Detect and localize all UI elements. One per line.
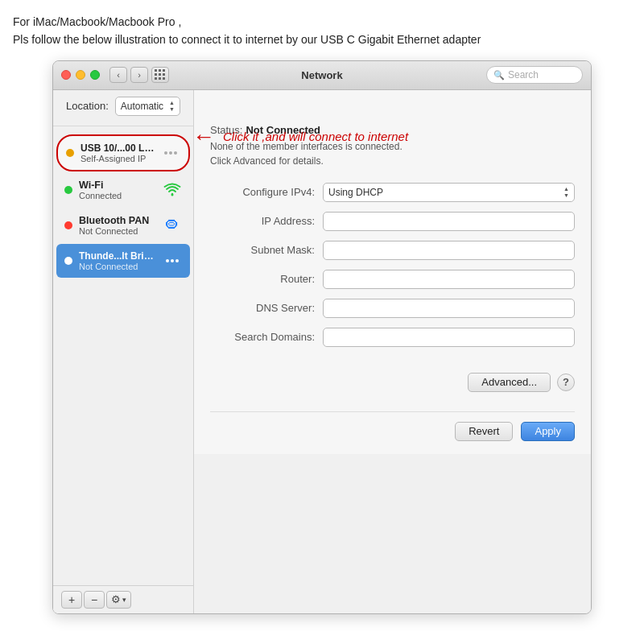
net-name-usb-lan: USB 10/...00 LAN bbox=[80, 142, 155, 154]
instructions: For iMac/Macbook/Macbook Pro , Pls follo… bbox=[13, 13, 631, 49]
status-dot-thunderbolt bbox=[64, 257, 72, 265]
usb-icon bbox=[161, 143, 180, 163]
gear-chevron-icon: ▾ bbox=[122, 596, 126, 604]
net-name-wifi: Wi-Fi bbox=[79, 180, 156, 191]
search-placeholder: Search bbox=[508, 69, 539, 80]
status-dot-wifi bbox=[64, 186, 72, 194]
net-status-usb-lan: Self-Assigned IP bbox=[80, 154, 155, 163]
router-label: Router: bbox=[210, 273, 323, 285]
status-dot-bluetooth bbox=[64, 221, 72, 229]
dns-row: DNS Server: bbox=[210, 299, 575, 318]
router-field[interactable] bbox=[323, 270, 575, 289]
bottom-bar: Revert Apply bbox=[210, 411, 575, 444]
forward-button[interactable]: › bbox=[130, 67, 148, 83]
net-name-bluetooth: Bluetooth PAN bbox=[79, 215, 156, 226]
net-info-usb-lan: USB 10/...00 LAN Self-Assigned IP bbox=[80, 142, 155, 163]
instruction-line2: Pls follow the below illustration to con… bbox=[13, 31, 631, 48]
main-content: Location: Automatic ▲ ▼ USB 10/...00 LAN bbox=[53, 90, 591, 613]
status-value: Not Connected bbox=[246, 124, 320, 136]
domains-row: Search Domains: bbox=[210, 328, 575, 347]
location-value: Automatic bbox=[121, 101, 163, 112]
titlebar: ‹ › Network 🔍 Search bbox=[53, 61, 591, 90]
minimize-button[interactable] bbox=[76, 70, 85, 80]
network-item-bluetooth[interactable]: Bluetooth PAN Not Connected ⭖ bbox=[56, 208, 190, 242]
maximize-button[interactable] bbox=[90, 70, 100, 80]
status-desc-line2: Click Advanced for details. bbox=[210, 154, 575, 168]
subnet-row: Subnet Mask: bbox=[210, 241, 575, 260]
sidebar: Location: Automatic ▲ ▼ USB 10/...00 LAN bbox=[53, 90, 194, 613]
gear-button[interactable]: ⚙ ▾ bbox=[106, 591, 131, 609]
status-desc-line1: None of the member interfaces is connect… bbox=[210, 139, 575, 154]
help-button[interactable]: ? bbox=[557, 374, 575, 391]
network-item-usb-lan[interactable]: USB 10/...00 LAN Self-Assigned IP bbox=[56, 134, 190, 171]
dns-label: DNS Server: bbox=[210, 302, 323, 314]
subnet-field[interactable] bbox=[323, 241, 575, 260]
net-info-thunderbolt: Thunde...lt Bridge Not Connected bbox=[79, 250, 156, 271]
ip-label: IP Address: bbox=[210, 215, 323, 227]
net-info-bluetooth: Bluetooth PAN Not Connected bbox=[79, 215, 156, 236]
traffic-lights bbox=[61, 70, 100, 80]
router-row: Router: bbox=[210, 270, 575, 289]
dns-field[interactable] bbox=[323, 299, 575, 318]
window-title: Network bbox=[301, 69, 342, 81]
status-description: None of the member interfaces is connect… bbox=[210, 139, 575, 168]
net-name-thunderbolt: Thunde...lt Bridge bbox=[79, 250, 156, 262]
location-select[interactable]: Automatic ▲ ▼ bbox=[115, 97, 180, 116]
network-item-wifi[interactable]: Wi-Fi Connected bbox=[56, 173, 190, 207]
sidebar-toolbar: + − ⚙ ▾ bbox=[53, 585, 193, 613]
window: ‹ › Network 🔍 Search Location: Automatic bbox=[52, 60, 592, 614]
advanced-button[interactable]: Advanced... bbox=[468, 373, 551, 392]
back-button[interactable]: ‹ bbox=[109, 67, 127, 83]
ip-row: IP Address: bbox=[210, 212, 575, 231]
location-label: Location: bbox=[66, 100, 109, 112]
configure-value: Using DHCP bbox=[328, 187, 383, 198]
configure-row: Configure IPv4: Using DHCP ▲ ▼ bbox=[210, 183, 575, 202]
revert-button[interactable]: Revert bbox=[455, 422, 513, 441]
net-status-bluetooth: Not Connected bbox=[79, 226, 156, 236]
close-button[interactable] bbox=[61, 70, 71, 80]
remove-button[interactable]: − bbox=[84, 591, 105, 609]
search-icon: 🔍 bbox=[493, 70, 505, 80]
network-item-thunderbolt[interactable]: Thunde...lt Bridge Not Connected bbox=[56, 244, 190, 278]
grid-button[interactable] bbox=[151, 67, 169, 83]
net-status-wifi: Connected bbox=[79, 191, 156, 200]
advanced-row: Advanced... ? bbox=[210, 357, 575, 392]
svg-point-0 bbox=[171, 193, 174, 196]
thunderbolt-icon bbox=[163, 251, 182, 270]
status-label: Status: bbox=[210, 124, 242, 136]
status-row: Status: Not Connected bbox=[210, 124, 575, 136]
nav-buttons: ‹ › bbox=[109, 67, 148, 83]
net-status-thunderbolt: Not Connected bbox=[79, 262, 156, 271]
apply-button[interactable]: Apply bbox=[521, 422, 575, 441]
configure-spinner-icon: ▲ ▼ bbox=[564, 186, 569, 198]
bluetooth-icon: ⭖ bbox=[163, 216, 182, 235]
location-spinner-icon: ▲ ▼ bbox=[169, 100, 175, 112]
status-dot-usb-lan bbox=[66, 149, 74, 157]
domains-field[interactable] bbox=[323, 328, 575, 347]
configure-select[interactable]: Using DHCP ▲ ▼ bbox=[323, 183, 575, 202]
instruction-line1: For iMac/Macbook/Macbook Pro , bbox=[13, 13, 631, 31]
search-box[interactable]: 🔍 Search bbox=[486, 66, 583, 84]
configure-label: Configure IPv4: bbox=[210, 186, 323, 198]
location-bar: Location: Automatic ▲ ▼ bbox=[53, 90, 193, 126]
gear-icon: ⚙ bbox=[111, 593, 121, 605]
network-list: USB 10/...00 LAN Self-Assigned IP Wi-Fi … bbox=[53, 131, 193, 585]
ip-field[interactable] bbox=[323, 212, 575, 231]
add-button[interactable]: + bbox=[61, 591, 82, 609]
wifi-icon bbox=[163, 180, 182, 200]
domains-label: Search Domains: bbox=[210, 331, 323, 343]
net-info-wifi: Wi-Fi Connected bbox=[79, 180, 156, 200]
subnet-label: Subnet Mask: bbox=[210, 244, 323, 256]
right-panel: Status: Not Connected None of the member… bbox=[194, 90, 591, 454]
